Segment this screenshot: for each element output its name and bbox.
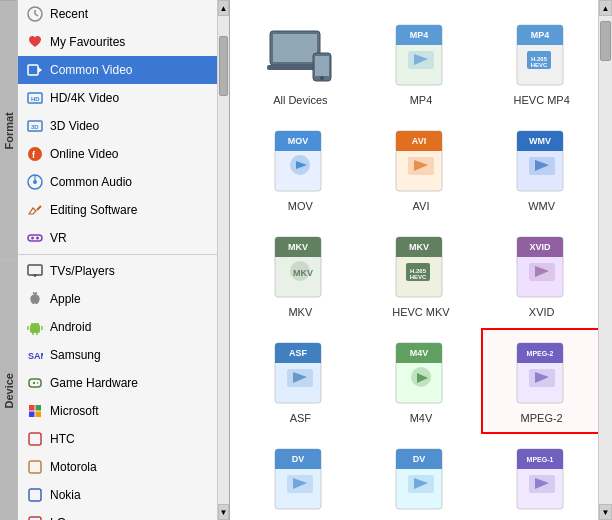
motorola-icon bbox=[26, 458, 44, 476]
recent-icon bbox=[26, 5, 44, 23]
sidebar-divider bbox=[18, 254, 217, 255]
grid-item-mpeg2[interactable]: MPEG-2 MPEG-2 bbox=[481, 328, 602, 434]
hevc-mkv-label: HEVC MKV bbox=[392, 306, 449, 318]
scroll-track bbox=[218, 16, 229, 504]
svg-text:MOV: MOV bbox=[288, 136, 309, 146]
sidebar-item-microsoft[interactable]: Microsoft bbox=[18, 397, 217, 425]
lg-icon bbox=[26, 514, 44, 520]
svg-point-45 bbox=[320, 76, 324, 80]
sidebar-item-my-favourites[interactable]: My Favourites bbox=[18, 28, 217, 56]
sidebar-item-hd-4k-video[interactable]: HD HD/4K Video bbox=[18, 84, 217, 112]
sidebar-item-android[interactable]: Android bbox=[18, 313, 217, 341]
grid-item-xvid[interactable]: XVID XVID bbox=[481, 222, 602, 328]
sidebar-item-tvs-players[interactable]: TVs/Players bbox=[18, 257, 217, 285]
sidebar-item-common-video[interactable]: Common Video bbox=[18, 56, 217, 84]
sidebar-item-game-hardware[interactable]: Game Hardware bbox=[18, 369, 217, 397]
svg-line-2 bbox=[35, 14, 38, 16]
svg-text:SAM: SAM bbox=[28, 351, 43, 361]
content-scrollbar[interactable]: ▲ ▼ bbox=[598, 0, 612, 520]
mp4-label: MP4 bbox=[410, 94, 433, 106]
sidebar-item-online-video[interactable]: f Online Video bbox=[18, 140, 217, 168]
sidebar-scrollbar[interactable]: ▲ ▼ bbox=[217, 0, 229, 520]
sidebar-item-recent[interactable]: Recent bbox=[18, 0, 217, 28]
sidebar-label: HD/4K Video bbox=[50, 91, 119, 105]
xvid-label: XVID bbox=[529, 306, 555, 318]
scroll-up-button[interactable]: ▲ bbox=[218, 0, 229, 16]
svg-text:MPEG-1: MPEG-1 bbox=[526, 456, 553, 463]
svg-rect-44 bbox=[315, 56, 329, 76]
sidebar-label: My Favourites bbox=[50, 35, 125, 49]
grid-item-dv-ntsc[interactable]: DV DV-NTSC bbox=[240, 434, 361, 520]
game-hardware-icon bbox=[26, 374, 44, 392]
content-scroll-down[interactable]: ▼ bbox=[599, 504, 612, 520]
svg-text:DV: DV bbox=[413, 454, 426, 464]
content-scroll-thumb[interactable] bbox=[600, 21, 611, 61]
grid-item-wmv[interactable]: WMV WMV bbox=[481, 116, 602, 222]
sidebar-item-common-audio[interactable]: Common Audio bbox=[18, 168, 217, 196]
svg-text:MP4: MP4 bbox=[530, 30, 549, 40]
grid-item-m4v[interactable]: M4V M4V bbox=[361, 328, 482, 434]
svg-marker-4 bbox=[38, 67, 42, 73]
svg-text:HD: HD bbox=[31, 96, 40, 102]
online-video-icon: f bbox=[26, 145, 44, 163]
svg-rect-33 bbox=[29, 412, 35, 418]
common-audio-icon bbox=[26, 173, 44, 191]
sidebar-label: Editing Software bbox=[50, 203, 137, 217]
grid-item-hevc-mp4[interactable]: MP4 H.265 HEVC HEVC MP4 bbox=[481, 10, 602, 116]
svg-text:MKV: MKV bbox=[293, 268, 313, 278]
sidebar-item-3d-video[interactable]: 3D 3D Video bbox=[18, 112, 217, 140]
svg-rect-31 bbox=[29, 405, 35, 411]
content-scroll-up[interactable]: ▲ bbox=[599, 0, 612, 16]
grid-item-mp4[interactable]: MP4 MP4 bbox=[361, 10, 482, 116]
grid-item-mkv[interactable]: MKV MKV MKV bbox=[240, 222, 361, 328]
sidebar-item-vr[interactable]: VR bbox=[18, 224, 217, 252]
mov-label: MOV bbox=[288, 200, 313, 212]
sidebar-label: Microsoft bbox=[50, 404, 99, 418]
sidebar-item-nokia[interactable]: Nokia bbox=[18, 481, 217, 509]
sidebar-item-lg[interactable]: LG bbox=[18, 509, 217, 520]
grid-item-asf[interactable]: ASF ASF bbox=[240, 328, 361, 434]
scroll-down-button[interactable]: ▼ bbox=[218, 504, 229, 520]
sidebar-item-htc[interactable]: HTC bbox=[18, 425, 217, 453]
htc-icon bbox=[26, 430, 44, 448]
sidebar-label: LG bbox=[50, 516, 66, 520]
grid-item-dv-pal[interactable]: DV DV-PAL bbox=[361, 434, 482, 520]
mp4-icon: MP4 bbox=[386, 20, 456, 90]
sidebar-list: Recent My Favourites Common Video HD HD/… bbox=[18, 0, 217, 520]
svg-rect-32 bbox=[36, 405, 42, 411]
hevc-mp4-icon: MP4 H.265 HEVC bbox=[507, 20, 577, 90]
avi-icon: AVI bbox=[386, 126, 456, 196]
hevc-mp4-label: HEVC MP4 bbox=[514, 94, 570, 106]
svg-text:MKV: MKV bbox=[288, 242, 308, 252]
sidebar-label: Common Audio bbox=[50, 175, 132, 189]
svg-point-12 bbox=[33, 180, 37, 184]
mov-icon: MOV bbox=[265, 126, 335, 196]
wmv-label: WMV bbox=[528, 200, 555, 212]
samsung-icon: SAM bbox=[26, 346, 44, 364]
sidebar-item-samsung[interactable]: SAM Samsung bbox=[18, 341, 217, 369]
grid-item-all-devices[interactable]: All Devices bbox=[240, 10, 361, 116]
sidebar-label: Recent bbox=[50, 7, 88, 21]
scroll-thumb[interactable] bbox=[219, 36, 228, 96]
sidebar-item-apple[interactable]: Apple bbox=[18, 285, 217, 313]
sidebar-label: Samsung bbox=[50, 348, 101, 362]
mkv-label: MKV bbox=[288, 306, 312, 318]
svg-rect-17 bbox=[28, 265, 42, 275]
android-icon bbox=[26, 318, 44, 336]
grid-item-mov[interactable]: MOV MOV bbox=[240, 116, 361, 222]
svg-rect-37 bbox=[29, 489, 41, 501]
avi-label: AVI bbox=[413, 200, 430, 212]
grid-item-avi[interactable]: AVI AVI bbox=[361, 116, 482, 222]
svg-text:AVI: AVI bbox=[412, 136, 426, 146]
svg-text:HEVC: HEVC bbox=[530, 62, 547, 68]
grid-item-mpeg1[interactable]: MPEG-1 MPEG-1 bbox=[481, 434, 602, 520]
grid-item-hevc-mkv[interactable]: MKV H.265 HEVC HEVC MKV bbox=[361, 222, 482, 328]
sidebar-item-editing-software[interactable]: Editing Software bbox=[18, 196, 217, 224]
svg-rect-35 bbox=[29, 433, 41, 445]
m4v-icon: M4V bbox=[386, 338, 456, 408]
sidebar-item-motorola[interactable]: Motorola bbox=[18, 453, 217, 481]
sidebar-label: Android bbox=[50, 320, 91, 334]
format-label: Format bbox=[0, 0, 17, 261]
svg-point-15 bbox=[31, 237, 34, 240]
device-label: Device bbox=[0, 261, 17, 521]
